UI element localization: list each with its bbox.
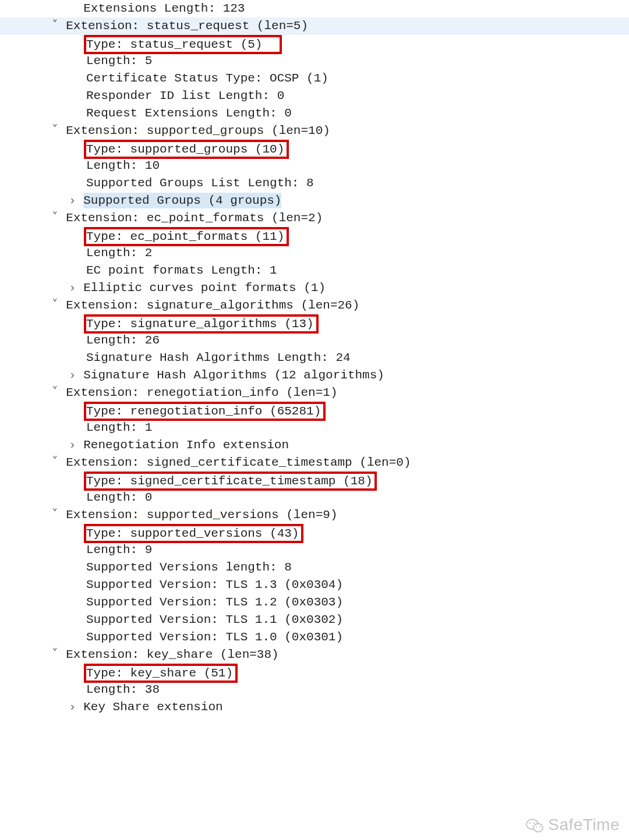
tree-row[interactable]: Length: 1 [0, 419, 629, 437]
field-value: EC point formats Length: 1 [86, 264, 277, 277]
field-value: Length: 9 [86, 543, 152, 557]
watermark-text: SafeTime [548, 816, 620, 834]
highlight-box: Type: renegotiation_info (65281) [84, 402, 326, 421]
chevron-right-icon[interactable]: › [69, 279, 76, 297]
highlight-box: Type: signed_certificate_timestamp (18) [84, 472, 377, 491]
svg-point-4 [536, 826, 537, 827]
tree-row[interactable]: Length: 5 [0, 52, 629, 70]
field-value: Elliptic curves point formats (1) [83, 281, 326, 295]
tree-row[interactable]: EC point formats Length: 1 [0, 262, 629, 279]
field-value: Certificate Status Type: OCSP (1) [86, 72, 328, 85]
tree-row[interactable]: Length: 26 [0, 332, 629, 349]
field-value: Extension: status_request (len=5) [66, 19, 308, 33]
tree-row-expandable[interactable]: ˅ Extension: key_share (len=38) [0, 646, 629, 664]
field-value: Request Extensions Length: 0 [86, 107, 292, 120]
field-value: Renegotiation Info extension [83, 438, 289, 452]
field-value: Extensions Length: 123 [83, 2, 245, 15]
field-value: Length: 5 [86, 54, 152, 68]
tree-row[interactable]: Length: 9 [0, 541, 629, 559]
tree-row[interactable]: Supported Groups List Length: 8 [0, 175, 629, 192]
field-value: Responder ID list Length: 0 [86, 89, 284, 102]
field-value: Extension: signed_certificate_timestamp … [66, 456, 411, 469]
tree-row[interactable]: Supported Version: TLS 1.1 (0x0302) [0, 611, 629, 629]
chevron-down-icon[interactable]: ˅ [51, 384, 59, 402]
field-value: Key Share extension [83, 700, 222, 714]
tree-row[interactable]: Request Extensions Length: 0 [0, 105, 629, 122]
tree-row[interactable]: Type: signed_certificate_timestamp (18) [0, 472, 629, 489]
highlight-box: Type: signature_algorithms (13) [84, 314, 319, 334]
tree-row[interactable]: Type: renegotiation_info (65281) [0, 402, 629, 419]
field-value: Extension: supported_versions (len=9) [66, 508, 337, 522]
tree-row[interactable]: Type: supported_groups (10) [0, 140, 629, 157]
tree-row-expandable[interactable]: ˅ Extension: signed_certificate_timestam… [0, 454, 629, 472]
chevron-down-icon[interactable]: ˅ [51, 122, 59, 140]
tree-row[interactable]: Type: signature_algorithms (13) [0, 314, 629, 332]
tree-row-collapsed[interactable]: › Supported Groups (4 groups) [0, 192, 629, 210]
tree-row[interactable]: Type: supported_versions (43) [0, 524, 629, 541]
tree-row-collapsed[interactable]: › Elliptic curves point formats (1) [0, 279, 629, 297]
chevron-right-icon[interactable]: › [69, 367, 76, 384]
svg-point-3 [533, 823, 535, 824]
field-value-selected: Supported Groups (4 groups) [83, 193, 281, 208]
tree-row-expandable[interactable]: ˅ Extension: supported_versions (len=9) [0, 506, 629, 524]
highlight-box: Type: supported_groups (10) [84, 140, 289, 159]
chevron-down-icon[interactable]: ˅ [51, 17, 59, 35]
svg-point-1 [533, 824, 543, 832]
tree-row[interactable]: Supported Version: TLS 1.0 (0x0301) [0, 629, 629, 646]
tree-row[interactable]: Length: 10 [0, 157, 629, 175]
tree-row-expandable[interactable]: ˅ Extension: status_request (len=5) [0, 17, 629, 35]
tree-row-collapsed[interactable]: › Renegotiation Info extension [0, 437, 629, 454]
tree-row[interactable]: Length: 0 [0, 489, 629, 506]
chevron-right-icon[interactable]: › [69, 699, 76, 716]
field-value: Signature Hash Algorithms (12 algorithms… [83, 368, 384, 382]
field-value: Extension: key_share (len=38) [66, 648, 278, 661]
packet-tree[interactable]: Extensions Length: 123 ˅ Extension: stat… [0, 0, 629, 716]
tree-row[interactable]: Type: status_request (5) [0, 35, 629, 52]
chevron-down-icon[interactable]: ˅ [51, 454, 59, 472]
field-value: Extension: ec_point_formats (len=2) [66, 211, 323, 225]
highlight-box: Type: key_share (51) [84, 664, 238, 683]
field-value: Supported Version: TLS 1.0 (0x0301) [86, 630, 343, 644]
field-value: Supported Version: TLS 1.2 (0x0303) [86, 596, 343, 609]
chevron-down-icon[interactable]: ˅ [51, 646, 59, 664]
field-value: Supported Version: TLS 1.3 (0x0304) [86, 578, 343, 591]
tree-row[interactable]: Length: 38 [0, 681, 629, 699]
tree-row[interactable]: Responder ID list Length: 0 [0, 87, 629, 105]
tree-row[interactable]: Length: 2 [0, 244, 629, 262]
tree-row[interactable]: Certificate Status Type: OCSP (1) [0, 70, 629, 87]
tree-row[interactable]: Supported Version: TLS 1.3 (0x0304) [0, 576, 629, 594]
field-value: Length: 2 [86, 246, 152, 260]
highlight-box: Type: ec_point_formats (11) [84, 227, 289, 246]
chevron-down-icon[interactable]: ˅ [51, 506, 59, 524]
tree-row[interactable]: Supported Version: TLS 1.2 (0x0303) [0, 594, 629, 611]
highlight-box: Type: status_request (5) [84, 35, 282, 54]
tree-row[interactable]: Extensions Length: 123 [0, 0, 629, 17]
field-value: Length: 1 [86, 421, 152, 434]
field-value: Supported Groups List Length: 8 [86, 176, 314, 190]
chevron-right-icon[interactable]: › [69, 192, 76, 210]
tree-row[interactable]: Type: key_share (51) [0, 664, 629, 681]
field-value: Length: 10 [86, 159, 160, 172]
tree-row-collapsed[interactable]: › Key Share extension [0, 699, 629, 716]
tree-row-expandable[interactable]: ˅ Extension: ec_point_formats (len=2) [0, 210, 629, 227]
field-value: Signature Hash Algorithms Length: 24 [86, 351, 351, 364]
tree-row-expandable[interactable]: ˅ Extension: renegotiation_info (len=1) [0, 384, 629, 402]
field-value: Length: 38 [86, 683, 160, 696]
tree-row-expandable[interactable]: ˅ Extension: supported_groups (len=10) [0, 122, 629, 140]
svg-point-5 [539, 826, 540, 827]
wechat-icon [526, 818, 543, 833]
watermark: SafeTime [526, 816, 620, 834]
chevron-down-icon[interactable]: ˅ [51, 210, 59, 227]
tree-row[interactable]: Type: ec_point_formats (11) [0, 227, 629, 244]
tree-row[interactable]: Supported Versions length: 8 [0, 559, 629, 576]
highlight-box: Type: supported_versions (43) [84, 524, 303, 543]
field-value: Length: 26 [86, 334, 160, 347]
svg-point-2 [529, 823, 531, 824]
tree-row[interactable]: Signature Hash Algorithms Length: 24 [0, 349, 629, 367]
chevron-right-icon[interactable]: › [69, 437, 76, 454]
field-value: Extension: signature_algorithms (len=26) [66, 299, 359, 312]
field-value: Supported Versions length: 8 [86, 561, 292, 574]
tree-row-collapsed[interactable]: › Signature Hash Algorithms (12 algorith… [0, 367, 629, 384]
chevron-down-icon[interactable]: ˅ [51, 297, 59, 314]
tree-row-expandable[interactable]: ˅ Extension: signature_algorithms (len=2… [0, 297, 629, 314]
